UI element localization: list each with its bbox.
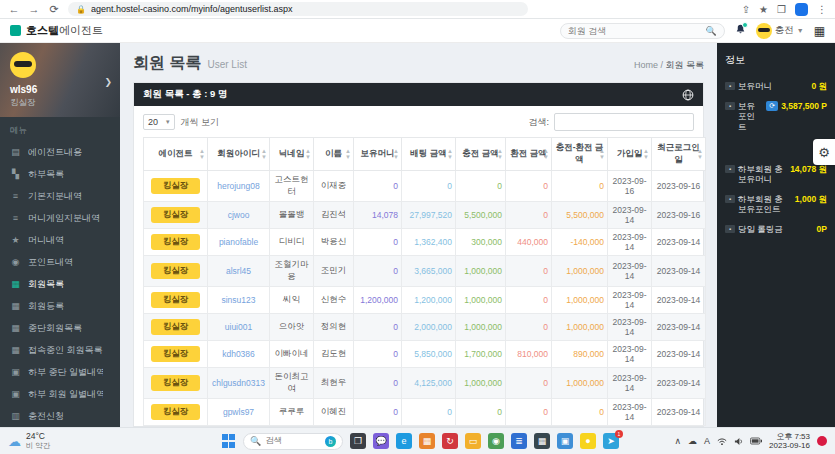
telegram-icon[interactable]: ➤1 [603,433,619,449]
member-search[interactable]: 🔍 [560,23,725,39]
volume-icon[interactable] [734,437,743,446]
table-search-input[interactable] [554,113,694,131]
agent-badge[interactable]: 킹실장 [151,263,201,279]
sidebar-item-하부 회원 일별내역[interactable]: ▣ 하부 회원 일별내역 [0,383,120,405]
battery-icon[interactable] [750,437,762,445]
forward-icon[interactable]: → [28,3,40,15]
window-icon[interactable]: ❐ [777,4,786,15]
charge-cell: 1,700,000 [456,341,506,368]
sidebar-item-접속중인 회원목록[interactable]: ▦ 접속중인 회원목록 [0,339,120,361]
sidebar-item-충전신청[interactable]: ▥ 충전신청 [0,405,120,427]
onedrive-cloud-icon[interactable]: ☁ [688,436,697,446]
member-id-link[interactable]: sinsu123 [208,287,270,314]
sidebar-item-회원목록[interactable]: ▦ 회원목록 [0,273,120,295]
column-header[interactable]: 가입일▲▼ [608,138,652,171]
tray-chevron-up-icon[interactable]: ∧ [674,436,681,446]
sidebar-item-회원등록[interactable]: ▦ 회원등록 [0,295,120,317]
agent-badge[interactable]: 킹실장 [151,319,201,335]
member-id-link[interactable]: gpwls97 [208,399,270,426]
ime-indicator[interactable]: A [704,436,710,446]
sidebar-item-포인트내역[interactable]: ◉ 포인트내역 [0,251,120,273]
windows-start-button[interactable] [222,434,236,448]
apps-icon[interactable]: ▦ [534,433,550,449]
globe-icon[interactable] [682,89,694,101]
agent-badge[interactable]: 킹실장 [151,207,201,223]
agent-badge[interactable]: 킹실장 [151,234,201,250]
column-header[interactable]: 에이전트▲▼ [144,138,208,171]
notes-icon[interactable]: ≣ [511,433,527,449]
column-header[interactable]: 환전 금액▲▼ [506,138,552,171]
member-id-link[interactable]: pianofable [208,229,270,256]
sidebar-item-머니내역[interactable]: ★ 머니내역 [0,229,120,251]
breadcrumb-home[interactable]: Home [634,60,658,70]
agent-badge[interactable]: 킹실장 [151,375,201,391]
table-row: 킹실장 alsrl45 조혈기마용 조민기 0 3,665,000 1,000,… [144,256,706,287]
column-header[interactable]: 이름▲▼ [314,138,354,171]
sort-icon: ▲▼ [447,148,453,160]
edge-icon[interactable]: e [396,433,412,449]
sync-icon[interactable]: ↻ [442,433,458,449]
chrome-icon[interactable]: ◉ [488,433,504,449]
sidebar-item-하부 중단 일별내역[interactable]: ▣ 하부 중단 일별내역 [0,361,120,383]
column-header[interactable]: 배팅 금액▲▼ [402,138,456,171]
browser-profile-avatar[interactable] [795,3,808,16]
table-row: 킹실장 herojung08 고스트헌터 이재중 0 0 0 0 0 2023-… [144,171,706,202]
browser-menu-icon[interactable]: ⋮ [817,4,827,15]
agent-badge[interactable]: 킹실장 [151,346,201,362]
profile-role: 킹실장 [10,97,110,109]
sidebar-item-머니게임지분내역[interactable]: ≡ 머니게임지분내역 [0,207,120,229]
photos-icon[interactable]: ▣ [557,433,573,449]
address-bar[interactable]: 🔒 agent.hostel-casino.com/myinfo/agentus… [68,2,528,16]
search-icon[interactable]: 🔍 [705,26,716,36]
sidebar-item-기본지분내역[interactable]: ≡ 기본지분내역 [0,185,120,207]
column-header[interactable]: 충전 금액▲▼ [456,138,506,171]
app-body: wls96 킹실장 ❯ 메뉴 ▤ 에이전트내용 ▚ 하부목록 ≡ 기본지분내역 … [0,43,835,427]
taskbar-clock[interactable]: 오후 7:53 2023-09-16 [769,432,810,450]
member-search-input[interactable] [568,26,706,36]
member-id-link[interactable]: chlgusdn0313 [208,368,270,399]
per-page-select[interactable]: 20▾ [143,114,175,130]
notification-count-badge[interactable] [817,436,827,446]
bookmark-star-icon[interactable]: ★ [759,4,768,15]
member-id-link[interactable]: uiui001 [208,314,270,341]
column-header[interactable]: 닉네임▲▼ [270,138,314,171]
store-icon[interactable]: ▦ [419,433,435,449]
kakao-icon[interactable]: ● [580,433,596,449]
member-id-link[interactable]: alsrl45 [208,256,270,287]
explorer-icon[interactable]: ▭ [465,433,481,449]
sidebar-item-에이전트내용[interactable]: ▤ 에이전트내용 [0,141,120,163]
notification-bell[interactable] [735,24,746,37]
join-date-cell: 2023-09-14 [608,368,652,399]
apps-grid-icon[interactable]: ▦ [814,24,825,38]
share-icon[interactable]: ⇪ [742,4,750,15]
user-dropdown[interactable]: 충전 ▼ [756,23,804,39]
column-header[interactable]: 충전-환전 금액▲▼ [552,138,608,171]
member-id-link[interactable]: herojung08 [208,171,270,202]
info-item: ▪ 하부회원 총 보유포인트 ⟳ 1,000 원 [725,194,827,215]
taskbar-weather[interactable]: ☁ 24°C 비 약간 [8,432,51,450]
wifi-icon[interactable] [717,437,727,446]
member-id-link[interactable]: cjwoo [208,202,270,229]
clock-date: 2023-09-16 [769,441,810,450]
chat-icon[interactable]: 💬 [373,433,389,449]
column-header[interactable]: 최근로그인일▲▼ [652,138,706,171]
money-cell: 0 [354,171,402,202]
back-icon[interactable]: ← [8,3,20,15]
chevron-right-icon[interactable]: ❯ [104,77,112,87]
agent-badge[interactable]: 킹실장 [151,404,201,420]
column-header[interactable]: 보유머니▲▼ [354,138,402,171]
refresh-icon[interactable]: ⟳ [766,101,778,111]
member-id-link[interactable]: kdh0386 [208,341,270,368]
settings-gear-button[interactable]: ⚙ [813,139,835,165]
column-header[interactable]: 회원아이디▲▼ [208,138,270,171]
main-content: 회원 목록 User List Home / 회원 목록 회원 목록 - 총 :… [120,43,717,427]
refresh-icon[interactable]: ⟳ [48,3,60,16]
sidebar-item-중단회원목록[interactable]: ▦ 중단회원목록 [0,317,120,339]
sidebar-item-하부목록[interactable]: ▚ 하부목록 [0,163,120,185]
taskbar-search[interactable]: 🔍 검색 b [243,433,343,450]
brand-logo[interactable]: 호스텔에이전트 [10,23,103,38]
wallet-icon: ▪ [725,82,735,90]
taskview-icon[interactable]: ❐ [350,433,366,449]
agent-badge[interactable]: 킹실장 [151,178,201,194]
agent-badge[interactable]: 킹실장 [151,292,201,308]
